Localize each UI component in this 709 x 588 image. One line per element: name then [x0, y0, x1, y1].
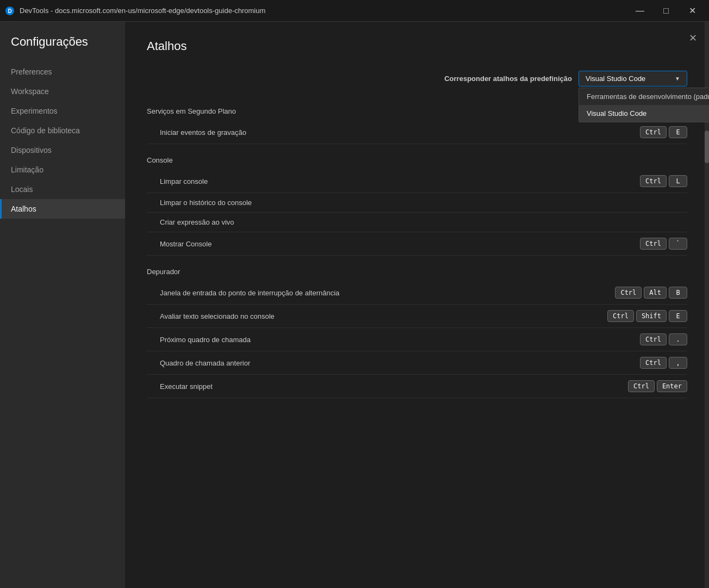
- page-title: Atalhos: [147, 39, 687, 53]
- sidebar-item-library-code[interactable]: Código de biblioteca: [0, 121, 125, 140]
- sidebar-item-experiments[interactable]: Experimentos: [0, 101, 125, 121]
- shortcut-name: Executar snippet: [160, 382, 213, 391]
- key-badge: Ctrl: [640, 238, 667, 250]
- shortcut-keys: CtrlShiftE: [607, 310, 687, 322]
- key-badge: Shift: [636, 310, 667, 322]
- key-badge: L: [669, 175, 687, 187]
- maximize-button[interactable]: □: [654, 2, 679, 20]
- shortcut-row: Iniciar eventos de gravaçãoCtrlE: [147, 121, 687, 144]
- section-console: ConsoleLimpar consoleCtrlLLimpar o histó…: [147, 148, 687, 256]
- sidebar-item-throttling[interactable]: Limitação: [0, 160, 125, 180]
- key-badge: `: [669, 238, 687, 250]
- shortcut-name: Próximo quadro de chamada: [160, 336, 251, 344]
- section-header-debugger: Depurador: [147, 260, 687, 281]
- shortcut-keys: CtrlE: [640, 126, 687, 138]
- key-badge: Ctrl: [640, 357, 667, 369]
- shortcut-row: Executar snippetCtrlEnter: [147, 375, 687, 398]
- preset-row: Corresponder atalhos da predefinição Vis…: [147, 71, 687, 86]
- key-badge: Ctrl: [607, 310, 634, 322]
- shortcut-name: Limpar o histórico do console: [160, 199, 252, 207]
- key-badge: Enter: [657, 380, 687, 392]
- minimize-button[interactable]: —: [627, 2, 652, 20]
- shortcut-keys: Ctrl`: [640, 238, 687, 250]
- key-badge: Ctrl: [640, 175, 667, 187]
- key-badge: B: [669, 287, 687, 299]
- shortcut-keys: Ctrl.: [640, 333, 687, 345]
- svg-text:D: D: [8, 8, 11, 14]
- shortcut-name: Quadro de chamada anterior: [160, 359, 250, 367]
- shortcut-name: Limpar console: [160, 177, 208, 185]
- shortcut-keys: Ctrl,: [640, 357, 687, 369]
- sidebar-item-devices[interactable]: Dispositivos: [0, 140, 125, 160]
- key-badge: E: [669, 310, 687, 322]
- shortcut-name: Janela de entrada do ponto de interrupçã…: [160, 289, 339, 297]
- shortcut-row: Limpar consoleCtrlL: [147, 170, 687, 193]
- section-debugger: DepuradorJanela de entrada do ponto de i…: [147, 260, 687, 398]
- key-badge: Ctrl: [628, 380, 655, 392]
- shortcut-name: Avaliar texto selecionado no console: [160, 312, 275, 320]
- key-badge: Ctrl: [640, 333, 667, 345]
- preset-label: Corresponder atalhos da predefinição: [444, 75, 572, 83]
- key-badge: Alt: [644, 287, 667, 299]
- main-content: ✕ Atalhos Corresponder atalhos da predef…: [125, 22, 709, 588]
- shortcut-row: Mostrar ConsoleCtrl`: [147, 232, 687, 256]
- shortcut-keys: CtrlAltB: [615, 287, 687, 299]
- preset-select-button[interactable]: Visual Studio Code ▼: [579, 71, 687, 86]
- window-controls: — □ ✕: [627, 2, 705, 20]
- shortcut-name: Iniciar eventos de gravação: [160, 128, 246, 137]
- sidebar-heading: Configurações: [0, 35, 125, 62]
- preset-dropdown-menu: Ferramentas de desenvolvimento (padrão) …: [579, 88, 709, 122]
- sidebar: Configurações Preferences Workspace Expe…: [0, 22, 125, 588]
- shortcut-keys: CtrlL: [640, 175, 687, 187]
- dropdown-option-vscode[interactable]: Visual Studio Code: [579, 105, 709, 122]
- app-container: Configurações Preferences Workspace Expe…: [0, 22, 709, 588]
- shortcut-row: Próximo quadro de chamadaCtrl.: [147, 328, 687, 351]
- shortcut-name: Mostrar Console: [160, 240, 212, 248]
- shortcut-row: Quadro de chamada anteriorCtrl,: [147, 351, 687, 375]
- app-icon: D: [4, 5, 15, 16]
- sidebar-item-workspace[interactable]: Workspace: [0, 82, 125, 101]
- shortcut-name: Criar expressão ao vivo: [160, 218, 234, 226]
- chevron-down-icon: ▼: [675, 76, 680, 82]
- key-badge: E: [669, 126, 687, 138]
- sections-container: Serviços em Segundo PlanoIniciar eventos…: [147, 100, 687, 398]
- shortcut-row: Criar expressão ao vivo: [147, 213, 687, 232]
- scrollbar-thumb[interactable]: [705, 131, 709, 163]
- sidebar-item-locations[interactable]: Locais: [0, 180, 125, 199]
- sidebar-item-preferences[interactable]: Preferences: [0, 62, 125, 82]
- shortcut-row: Janela de entrada do ponto de interrupçã…: [147, 281, 687, 305]
- key-badge: ,: [669, 357, 687, 369]
- panel-close-button[interactable]: ✕: [685, 30, 700, 46]
- sidebar-item-shortcuts[interactable]: Atalhos: [0, 199, 125, 219]
- shortcut-row: Avaliar texto selecionado no consoleCtrl…: [147, 305, 687, 328]
- titlebar: D DevTools - docs.microsoft.com/en-us/mi…: [0, 0, 709, 22]
- preset-dropdown: Visual Studio Code ▼ Ferramentas de dese…: [579, 71, 687, 86]
- window-close-button[interactable]: ✕: [680, 2, 705, 20]
- key-badge: Ctrl: [640, 126, 667, 138]
- dropdown-option-devtools[interactable]: Ferramentas de desenvolvimento (padrão): [579, 88, 709, 105]
- shortcut-row: Limpar o histórico do console: [147, 193, 687, 213]
- preset-selected-value: Visual Studio Code: [586, 75, 645, 83]
- section-header-console: Console: [147, 148, 687, 170]
- key-badge: .: [669, 333, 687, 345]
- shortcut-keys: CtrlEnter: [628, 380, 687, 392]
- window-title: DevTools - docs.microsoft.com/en-us/micr…: [20, 7, 627, 15]
- key-badge: Ctrl: [615, 287, 642, 299]
